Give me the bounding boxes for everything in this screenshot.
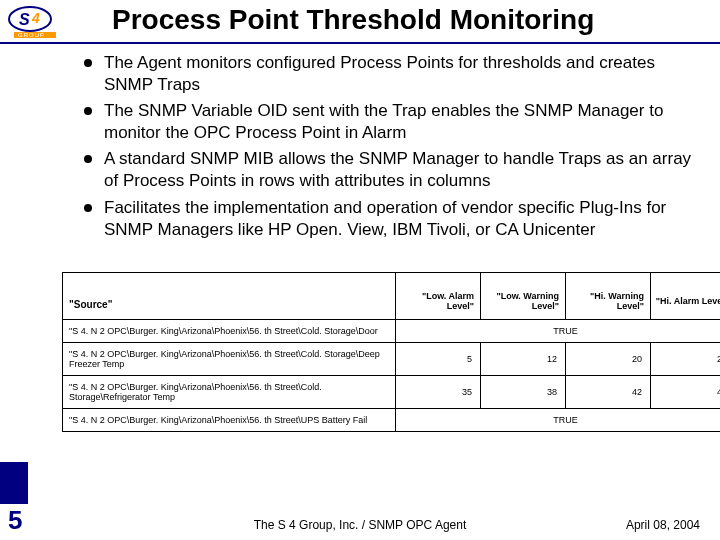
logo: S 4 GROUP [8, 6, 78, 44]
cell-source: "S 4. N 2 OPC\Burger. King\Arizona\Phoen… [63, 409, 396, 432]
cell-low-alarm: 35 [396, 376, 481, 409]
table-row: "S 4. N 2 OPC\Burger. King\Arizona\Phoen… [63, 320, 721, 343]
cell-source: "S 4. N 2 OPC\Burger. King\Arizona\Phoen… [63, 320, 396, 343]
col-low-alarm: "Low. Alarm Level" [396, 273, 481, 320]
cell-merged: TRUE [396, 409, 721, 432]
table-row: "S 4. N 2 OPC\Burger. King\Arizona\Phoen… [63, 409, 721, 432]
cell-hi-alarm: 28 [651, 343, 721, 376]
threshold-table: "Source" "Low. Alarm Level" "Low. Warnin… [62, 272, 678, 432]
bullet-item: The SNMP Variable OID sent with the Trap… [84, 100, 696, 144]
svg-text:GROUP: GROUP [18, 32, 45, 38]
bullet-list: The Agent monitors configured Process Po… [84, 52, 696, 245]
table-row: "S 4. N 2 OPC\Burger. King\Arizona\Phoen… [63, 376, 721, 409]
cell-hi-alarm: 45 [651, 376, 721, 409]
svg-point-0 [9, 7, 51, 31]
col-low-warn: "Low. Warning Level" [481, 273, 566, 320]
cell-source: "S 4. N 2 OPC\Burger. King\Arizona\Phoen… [63, 343, 396, 376]
cell-low-alarm: 5 [396, 343, 481, 376]
cell-merged: TRUE [396, 320, 721, 343]
title-divider [0, 42, 720, 44]
page-title: Process Point Threshold Monitoring [112, 4, 594, 36]
footer-center: The S 4 Group, Inc. / SNMP OPC Agent [0, 518, 720, 532]
cell-hi-warn: 42 [566, 376, 651, 409]
cell-source: "S 4. N 2 OPC\Burger. King\Arizona\Phoen… [63, 376, 396, 409]
svg-text:S: S [19, 11, 30, 28]
cell-low-warn: 38 [481, 376, 566, 409]
svg-text:4: 4 [31, 10, 40, 26]
col-source: "Source" [63, 273, 396, 320]
table-header-row: "Source" "Low. Alarm Level" "Low. Warnin… [63, 273, 721, 320]
col-hi-warn: "Hi. Warning Level" [566, 273, 651, 320]
bullet-item: Facilitates the implementation and opera… [84, 197, 696, 241]
footer-date: April 08, 2004 [626, 518, 700, 532]
bullet-item: The Agent monitors configured Process Po… [84, 52, 696, 96]
table-row: "S 4. N 2 OPC\Burger. King\Arizona\Phoen… [63, 343, 721, 376]
cell-low-warn: 12 [481, 343, 566, 376]
cell-hi-warn: 20 [566, 343, 651, 376]
col-hi-alarm: "Hi. Alarm Level" [651, 273, 721, 320]
bullet-item: A standard SNMP MIB allows the SNMP Mana… [84, 148, 696, 192]
page-number-bg [0, 462, 28, 504]
